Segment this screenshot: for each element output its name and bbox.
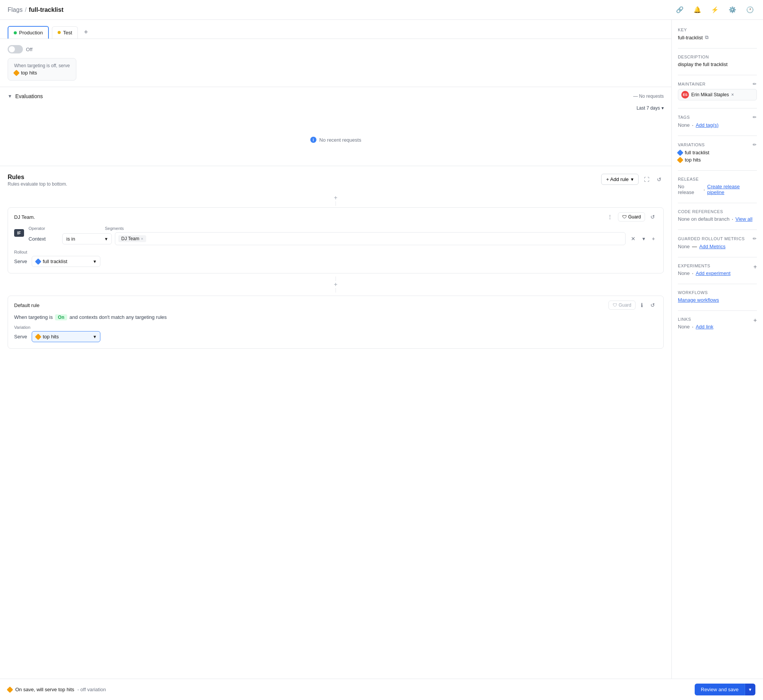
condition-fields: Operator Segments Context is in ▾ bbox=[29, 226, 657, 245]
rule-undo-icon[interactable]: ↺ bbox=[648, 212, 657, 221]
default-serve-label: Serve bbox=[14, 334, 27, 339]
default-info-icon[interactable]: ℹ bbox=[639, 301, 645, 310]
key-text: full-tracklist bbox=[678, 35, 703, 40]
tab-production[interactable]: Production bbox=[8, 26, 49, 39]
guarded-edit-icon[interactable]: ✏ bbox=[753, 236, 757, 241]
manage-workflows-link[interactable]: Manage workflows bbox=[678, 297, 719, 303]
expand-icon[interactable]: ⛶ bbox=[642, 175, 652, 184]
maintainer-edit-icon[interactable]: ✏ bbox=[753, 81, 757, 87]
review-save-dropdown-button[interactable]: ▾ bbox=[745, 684, 755, 695]
bell-icon[interactable]: 🔔 bbox=[692, 5, 703, 15]
default-rule-title: Default rule bbox=[14, 302, 39, 308]
rp-divider-9 bbox=[678, 284, 757, 284]
rp-links-section: Links + None · Add link bbox=[678, 317, 757, 330]
add-link-plus-button[interactable]: + bbox=[753, 317, 757, 324]
right-panel: Key full-tracklist ⧉ Description display… bbox=[671, 20, 763, 700]
variations-edit-icon[interactable]: ✏ bbox=[753, 142, 757, 147]
tag-label: DJ Team bbox=[121, 236, 139, 241]
add-tab-button[interactable]: + bbox=[81, 27, 91, 38]
operator-select[interactable]: is in ▾ bbox=[62, 233, 112, 244]
tags-add-link[interactable]: Add tag(s) bbox=[696, 122, 719, 128]
rp-release-label: Release bbox=[678, 177, 757, 181]
experiments-header-row: Experiments + bbox=[678, 264, 757, 270]
gear-icon[interactable]: ⚙️ bbox=[727, 5, 738, 15]
rp-links-label: Links bbox=[678, 317, 691, 322]
segments-chevron-icon[interactable]: ▾ bbox=[640, 234, 647, 243]
rp-divider-5 bbox=[678, 170, 757, 171]
rp-release-value: No release · Create release pipeline bbox=[678, 184, 757, 195]
serve-select[interactable]: full tracklist ▾ bbox=[32, 256, 100, 267]
breadcrumb-parent[interactable]: Flags bbox=[8, 6, 23, 13]
add-metrics-link[interactable]: Add Metrics bbox=[699, 244, 726, 249]
date-filter-label: Last 7 days bbox=[637, 105, 660, 111]
default-rule-body: When targeting is On and contexts don't … bbox=[8, 314, 663, 348]
when-targeting-row: When targeting is On and contexts don't … bbox=[14, 314, 657, 320]
default-serve-diamond-icon bbox=[35, 333, 41, 340]
plus-connector-bottom[interactable]: + bbox=[334, 281, 337, 288]
refresh-icon[interactable]: ↺ bbox=[655, 175, 664, 184]
plus-connector-top[interactable]: + bbox=[334, 194, 337, 201]
avatar: ES bbox=[681, 91, 689, 99]
rp-workflows-value: Manage workflows bbox=[678, 297, 757, 303]
default-guard-button[interactable]: 🛡 Guard bbox=[608, 301, 636, 310]
evaluations-chevron-icon[interactable]: ▼ bbox=[8, 94, 12, 99]
add-rule-button[interactable]: + Add rule ▾ bbox=[601, 174, 639, 185]
maintainer-remove-icon[interactable]: × bbox=[731, 92, 734, 97]
rp-code-refs-label: Code references bbox=[678, 209, 757, 214]
evaluations-title: Evaluations bbox=[15, 93, 43, 99]
field-labels: Operator Segments bbox=[29, 226, 657, 231]
segments-label: Segments bbox=[105, 226, 657, 231]
variation-blue-diamond bbox=[677, 149, 684, 156]
segment-tags: DJ Team × bbox=[115, 232, 626, 245]
release-none: No release bbox=[678, 184, 701, 195]
date-filter[interactable]: Last 7 days ▾ bbox=[637, 105, 664, 111]
toggle-label: Off bbox=[26, 47, 32, 52]
toggle-row: Off bbox=[8, 45, 664, 53]
connector-line-bottom2 bbox=[336, 288, 336, 293]
add-link-link[interactable]: Add link bbox=[696, 324, 713, 330]
shield-icon: 🛡 bbox=[622, 214, 627, 220]
off-serve-label: When targeting is off, serve bbox=[14, 63, 70, 68]
when-label: When targeting is bbox=[14, 314, 53, 320]
evaluations-title-row: ▼ Evaluations bbox=[8, 93, 43, 99]
serve-label: Serve bbox=[14, 259, 27, 264]
rule-name: DJ Team. bbox=[14, 214, 35, 220]
experiments-none: None bbox=[678, 270, 690, 276]
lightning-icon[interactable]: ⚡ bbox=[710, 5, 720, 15]
create-release-link[interactable]: Create release pipeline bbox=[707, 184, 757, 195]
tab-test[interactable]: Test bbox=[52, 26, 78, 39]
default-serve-row: Serve top hits ▾ bbox=[14, 331, 657, 342]
tags-none: None bbox=[678, 122, 690, 128]
review-save-button[interactable]: Review and save bbox=[695, 684, 745, 695]
variation-label-0: full tracklist bbox=[685, 150, 709, 155]
rp-links-value: None · Add link bbox=[678, 324, 757, 330]
clock-icon[interactable]: 🕐 bbox=[745, 5, 755, 15]
operator-value: is in bbox=[66, 236, 75, 242]
add-experiment-link[interactable]: Add experiment bbox=[696, 270, 731, 276]
links-header-row: Links + bbox=[678, 317, 757, 324]
production-dot bbox=[14, 31, 17, 34]
serve-value: full tracklist bbox=[43, 259, 67, 264]
rule-card: DJ Team. ⋮ 🛡 Guard ↺ IF bbox=[8, 207, 664, 273]
add-experiment-plus-button[interactable]: + bbox=[753, 264, 757, 270]
rule-more-icon[interactable]: ⋮ bbox=[605, 212, 615, 221]
guard-button[interactable]: 🛡 Guard bbox=[618, 212, 645, 221]
add-segment-icon[interactable]: + bbox=[650, 234, 657, 243]
copy-icon[interactable]: ⧉ bbox=[705, 34, 708, 40]
bottom-actions: Review and save ▾ bbox=[695, 684, 755, 695]
tag-remove-icon[interactable]: × bbox=[141, 236, 143, 241]
variation-item-1: top hits bbox=[678, 157, 757, 163]
variation-yellow-diamond bbox=[677, 157, 684, 163]
tags-edit-icon[interactable]: ✏ bbox=[753, 115, 757, 120]
default-serve-select[interactable]: top hits ▾ bbox=[32, 331, 100, 342]
bottom-message: On save, will serve top hits bbox=[15, 687, 74, 692]
targeting-toggle[interactable] bbox=[8, 45, 23, 53]
view-all-link[interactable]: View all bbox=[736, 216, 753, 222]
link-icon[interactable]: 🔗 bbox=[674, 5, 685, 15]
default-undo-icon[interactable]: ↺ bbox=[648, 301, 657, 310]
rp-guarded-value: None — Add Metrics bbox=[678, 244, 757, 249]
clear-segments-icon[interactable]: ✕ bbox=[629, 234, 638, 243]
rule-card-header: DJ Team. ⋮ 🛡 Guard ↺ bbox=[8, 208, 663, 226]
rp-divider-6 bbox=[678, 203, 757, 203]
rp-tags-value: None · Add tag(s) bbox=[678, 122, 757, 128]
